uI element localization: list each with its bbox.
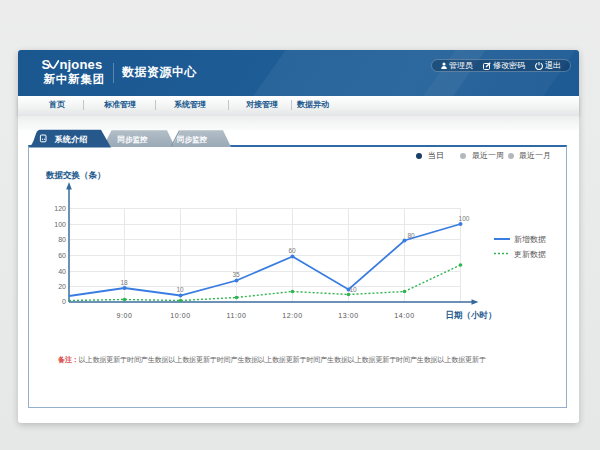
svg-text:120: 120 [54,205,66,212]
svg-text:10: 10 [349,286,357,293]
svg-text:12:00: 12:00 [282,312,303,319]
svg-text:80: 80 [407,232,415,239]
svg-text:35: 35 [232,271,240,278]
svg-text:新增数据: 新增数据 [514,235,546,244]
svg-text:系统介绍: 系统介绍 [54,134,88,144]
svg-text:18: 18 [120,279,128,286]
svg-text:60: 60 [58,252,66,259]
svg-text:40: 40 [58,268,66,275]
svg-text:同步监控: 同步监控 [118,135,149,144]
svg-text:100: 100 [459,215,470,222]
svg-text:14:00: 14:00 [394,312,415,319]
svg-text:13:00: 13:00 [338,312,359,319]
svg-text:60: 60 [288,247,296,254]
svg-text:同步监控: 同步监控 [177,135,208,144]
svg-text:100: 100 [54,221,66,228]
svg-text:日期（小时）: 日期（小时） [446,310,497,320]
svg-text:10: 10 [176,286,184,293]
svg-text:9:00: 9:00 [116,312,132,319]
svg-text:20: 20 [58,283,66,290]
svg-text:更新数据: 更新数据 [514,250,546,259]
svg-text:80: 80 [58,236,66,243]
svg-text:0: 0 [62,298,66,305]
svg-text:数据交换（条）: 数据交换（条） [45,170,106,180]
svg-text:10:00: 10:00 [170,312,191,319]
svg-text:11:00: 11:00 [227,312,247,319]
